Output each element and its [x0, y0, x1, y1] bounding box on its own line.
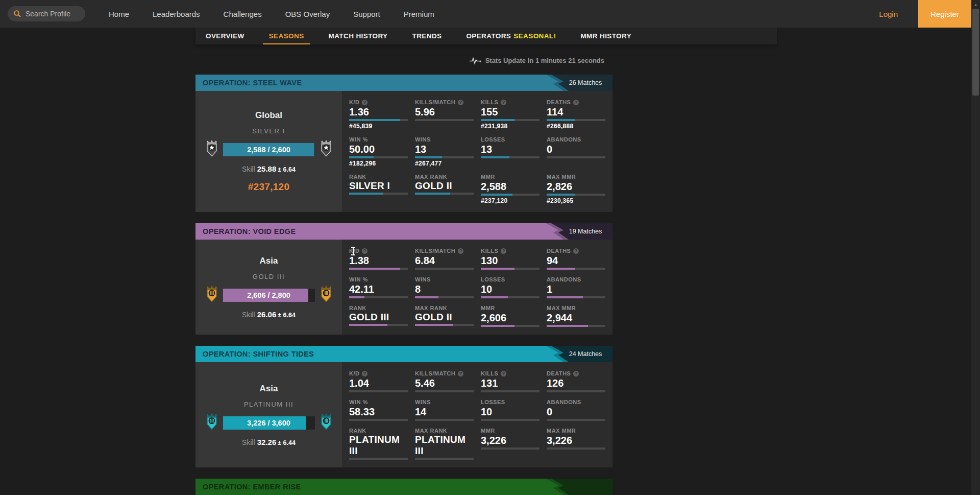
stat-bar — [547, 296, 605, 298]
stat-value: 2,588 — [481, 180, 540, 193]
mmr-progress-text: 2,606 / 2,800 — [223, 289, 315, 302]
stat-rank: #182,296 — [349, 160, 408, 167]
info-icon[interactable]: ? — [573, 248, 579, 254]
stat-losses: LOSSES13 — [481, 136, 540, 167]
stat-label: K/D? — [349, 247, 408, 254]
stat-bar — [547, 119, 605, 121]
info-icon[interactable]: ? — [458, 371, 463, 376]
stat-losses: LOSSES10 — [481, 398, 540, 421]
stat-bar-fill — [481, 325, 514, 327]
stat-bar — [349, 268, 408, 270]
info-icon[interactable]: ? — [573, 100, 579, 105]
info-icon[interactable]: ? — [501, 100, 506, 105]
stat-label: MMR — [481, 427, 540, 434]
stat-max-mmr: MAX MMR2,826#230,365 — [547, 173, 605, 204]
search-profile-box[interactable]: Search Profile — [8, 6, 85, 21]
info-icon[interactable]: ? — [362, 100, 368, 105]
nav-link-leaderboards[interactable]: Leaderboards — [153, 10, 200, 18]
season-title: OPERATION: SHIFTING TIDES — [195, 350, 314, 358]
stat-bar-fill — [481, 296, 508, 298]
rank-badge-icon — [320, 140, 333, 159]
stat-deaths: DEATHS?126 — [547, 370, 605, 392]
rank-panel: AsiaGOLD III2,606 / 2,800Skill26.06± 6.6… — [195, 240, 342, 335]
season-card-operation-shifting-tides: OPERATION: SHIFTING TIDES24 MatchesAsiaP… — [195, 346, 612, 467]
info-icon[interactable]: ? — [362, 248, 368, 254]
season-rank-name: SILVER I — [252, 127, 285, 135]
tab-trends[interactable]: TRENDS — [412, 28, 442, 44]
tab-operators[interactable]: OPERATORSSEASONAL! — [466, 28, 556, 44]
stat-bar — [481, 119, 540, 121]
stat-bar — [547, 156, 605, 158]
stats-update-text: Stats Update in 1 minutes 21 seconds — [485, 57, 604, 64]
info-icon[interactable]: ? — [573, 371, 579, 376]
stat-rank: #45,839 — [349, 123, 408, 130]
season-region: Asia — [260, 384, 278, 394]
stat-rank: #231,938 — [481, 123, 540, 130]
scrollbar-thumb[interactable] — [972, 9, 979, 96]
stat-bar-fill — [349, 156, 374, 158]
stat-label-text: WINS — [415, 399, 431, 405]
stat-bar — [349, 419, 408, 421]
info-icon[interactable]: ? — [458, 100, 463, 105]
stat-label: WIN % — [349, 276, 408, 283]
nav-link-support[interactable]: Support — [353, 10, 380, 18]
stat-rank: RANKSILVER I — [349, 173, 408, 204]
nav-link-home[interactable]: Home — [109, 10, 129, 18]
stat-label-text: DEATHS — [547, 99, 571, 105]
stat-label-text: WINS — [415, 136, 431, 143]
stat-bar — [349, 156, 408, 158]
tab-overview[interactable]: OVERVIEW — [206, 28, 244, 44]
info-icon[interactable]: ? — [501, 248, 506, 254]
stat-label: KILLS/MATCH? — [415, 99, 474, 106]
tab-mmr-history[interactable]: MMR HISTORY — [580, 28, 631, 44]
nav-link-obs-overlay[interactable]: OBS Overlay — [285, 10, 330, 18]
stat-bar-fill — [547, 296, 583, 298]
stat-label-text: MAX MMR — [547, 428, 576, 434]
info-icon[interactable]: ? — [458, 248, 463, 254]
stat-label-text: MAX RANK — [415, 428, 447, 434]
stat-label: K/D? — [349, 370, 408, 377]
stat-label: KILLS? — [481, 370, 540, 377]
stat-max-rank: MAX RANKGOLD II — [415, 304, 474, 327]
info-icon[interactable]: ? — [362, 371, 368, 376]
stat-label: KILLS/MATCH? — [415, 370, 474, 377]
stat-label-text: LOSSES — [481, 276, 505, 282]
tab-match-history[interactable]: MATCH HISTORY — [329, 28, 388, 44]
tab-badge: SEASONAL! — [513, 32, 556, 40]
stat-bar — [547, 325, 605, 327]
nav-link-premium[interactable]: Premium — [404, 10, 434, 18]
info-icon[interactable]: ? — [501, 371, 506, 376]
stat-value: 5.96 — [415, 106, 474, 118]
stat-bar — [415, 419, 474, 421]
stat-win: WIN %58.33 — [349, 398, 408, 421]
stat-bar-fill — [349, 296, 364, 298]
skill-label: Skill — [242, 311, 255, 319]
stat-label: MAX MMR — [547, 427, 605, 434]
stat-value: 2,606 — [481, 312, 540, 324]
nav-link-challenges[interactable]: Challenges — [224, 10, 262, 18]
stat-bar-fill — [547, 194, 575, 196]
stat-bar — [481, 325, 540, 327]
scroll-up-arrow-icon[interactable]: ▲ — [971, 2, 980, 8]
stat-bar — [415, 458, 474, 460]
tab-seasons[interactable]: SEASONS — [269, 28, 304, 44]
stat-value: 131 — [481, 377, 540, 389]
tab-label: SEASONS — [269, 32, 304, 40]
stat-mmr: MMR2,588#237,120 — [481, 173, 540, 204]
login-button[interactable]: Login — [879, 10, 898, 18]
skill-tolerance: ± 6.64 — [278, 312, 296, 319]
season-header: OPERATION: STEEL WAVE26 Matches — [195, 75, 612, 91]
tab-label: OVERVIEW — [206, 32, 244, 40]
stat-wins: WINS14 — [415, 398, 474, 421]
vertical-scrollbar[interactable]: ▲ — [971, 0, 980, 495]
tab-label: MMR HISTORY — [580, 32, 631, 40]
stat-bar — [481, 156, 540, 158]
stat-bar-fill — [349, 119, 400, 121]
matches-flag: 24 Matches — [536, 346, 612, 362]
stat-value: 3,226 — [547, 434, 605, 446]
rank-badge-icon — [205, 140, 218, 159]
stat-label-text: MMR — [481, 174, 495, 180]
register-button[interactable]: Register — [918, 0, 971, 28]
stat-bar — [415, 193, 474, 195]
stat-label-text: ABANDONS — [547, 136, 581, 143]
